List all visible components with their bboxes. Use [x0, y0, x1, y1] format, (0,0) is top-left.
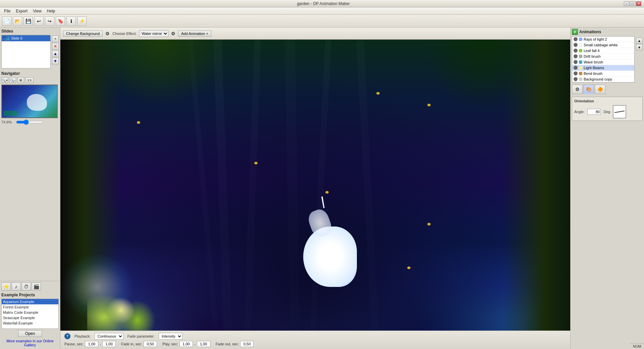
fit-view-button[interactable]: ⊞ [17, 77, 24, 83]
example-projects-list[interactable]: Aquarium Example Forest Example Matrix C… [1, 299, 59, 329]
play-input-1[interactable]: 1,00 [179, 341, 193, 347]
anim-item-wave[interactable]: Wave brush [572, 59, 634, 65]
settings-icon[interactable]: ⚙ [105, 31, 110, 36]
zoom-slider[interactable] [16, 119, 43, 125]
deg-label: Deg [603, 110, 610, 114]
tab-favorites[interactable]: ⭐ [1, 283, 11, 291]
right-panel: + Animations Rays of light 2 Small cabba… [570, 28, 644, 349]
tab-appearance[interactable]: 🎨 [583, 85, 594, 94]
playback-select[interactable]: Continuous Once Ping-pong [95, 333, 123, 340]
anim-item-lightbeams[interactable]: Light Beams [572, 65, 634, 71]
anim-item-bgcopy[interactable]: Background copy [572, 77, 634, 82]
example-projects-section: Example Projects Aquarium Example Forest… [0, 291, 60, 349]
play-label: Play, sec: [162, 342, 178, 346]
slide-item[interactable]: Slide 0 [2, 35, 50, 41]
menu-help[interactable]: Help [44, 8, 58, 14]
undo-button[interactable]: ↩ [34, 16, 44, 26]
angle-label: Angle: [574, 110, 585, 114]
add-animation-button-right[interactable]: + [572, 29, 578, 35]
redo-button[interactable]: ↪ [45, 16, 54, 26]
anim-color [579, 72, 582, 75]
animations-title: Animations [579, 30, 601, 34]
particle-2 [254, 162, 258, 164]
anim-label: Leaf fall 4 [584, 49, 600, 53]
bookmark-button[interactable]: 🔖 [56, 16, 65, 26]
effect-settings-icon[interactable]: ⚙ [171, 31, 175, 36]
close-button[interactable]: ✕ [636, 1, 641, 6]
delete-slide-button[interactable]: ✕ [52, 43, 59, 50]
effect-select[interactable]: Water mirror None Blur Glow [139, 30, 168, 37]
tab-music[interactable]: ♪ [11, 283, 21, 291]
magic-button[interactable]: ⚡ [77, 16, 87, 26]
fade-param-select[interactable]: Intensity Size Speed [159, 333, 182, 340]
menu-file[interactable]: File [1, 8, 13, 14]
pause-input-1[interactable]: 1,00 [85, 341, 98, 347]
menu-export[interactable]: Export [13, 8, 30, 14]
status-text: NUM [633, 344, 641, 348]
anim-item-drift[interactable]: Drift brush [572, 54, 634, 59]
open-button[interactable]: 📂 [13, 16, 22, 26]
minimize-button[interactable]: – [624, 1, 629, 6]
anim-label: Rays of light 2 [584, 37, 607, 41]
fade-param-label: Fade parameter: [127, 334, 155, 338]
maximize-button[interactable]: □ [630, 1, 635, 6]
navigator-section: Navigator 🔍+ 🔍- ⊞ 1:1 74.8% [0, 70, 60, 126]
save-button[interactable]: 💾 [23, 16, 33, 26]
menu-view[interactable]: View [30, 8, 44, 14]
help-button[interactable]: ? [64, 333, 70, 339]
dial-arrow [614, 110, 625, 113]
visibility-eye [574, 77, 578, 81]
fadeout-input[interactable]: 0,50 [240, 341, 254, 347]
info-button[interactable]: ℹ [66, 16, 76, 26]
reset-zoom-button[interactable]: 1:1 [25, 77, 34, 83]
anim-item-bend[interactable]: Bend brush [572, 71, 634, 77]
ep-item-aquarium[interactable]: Aquarium Example [2, 299, 58, 304]
particle-3 [325, 191, 329, 194]
tab-video[interactable]: 🎬 [32, 283, 41, 291]
anim-label: Drift brush [584, 54, 601, 58]
add-slide-button[interactable]: + [52, 36, 59, 42]
orientation-dial[interactable] [613, 105, 626, 118]
tab-timer[interactable]: ⏱ [21, 283, 31, 291]
nav-unicorn [27, 94, 47, 111]
flowers [87, 263, 171, 331]
change-background-button[interactable]: Change Background [63, 31, 103, 37]
visibility-eye [574, 54, 578, 58]
ep-item-forest[interactable]: Forest Example [2, 304, 58, 310]
add-animation-button[interactable]: Add Animation + [178, 31, 211, 37]
visibility-eye [574, 49, 578, 53]
navigator-preview[interactable] [1, 85, 58, 118]
window-title: garden - DP Animation Maker [23, 1, 624, 6]
anim-item-leaf[interactable]: Leaf fall 4 [572, 48, 634, 54]
open-project-button[interactable]: Open [18, 330, 42, 337]
angle-input[interactable]: 80 [587, 109, 601, 115]
ep-item-matrix[interactable]: Matrix Code Example [2, 310, 58, 315]
orientation-row: Angle: 80 Deg [574, 105, 640, 118]
zoom-in-button[interactable]: 🔍+ [1, 77, 8, 83]
move-anim-down-button[interactable]: ▼ [636, 44, 643, 50]
gallery-link[interactable]: More examples in our Online Gallery [1, 338, 59, 348]
fadeout-group: Fade out, sec: 0,50 [216, 341, 254, 347]
play-input-2[interactable]: 1,00 [197, 341, 210, 347]
move-slide-down-button[interactable]: ▼ [52, 58, 59, 64]
tab-settings[interactable]: ⚙ [572, 85, 583, 94]
pause-group: Pause, sec: 1,00 - 1,00 [64, 341, 116, 347]
zoom-out-button[interactable]: 🔍- [9, 77, 16, 83]
animations-header: + Animations [572, 29, 643, 35]
slide-label: Slide 0 [11, 36, 22, 40]
anim-label: Background copy [584, 77, 612, 81]
tab-shape[interactable]: 🔶 [595, 85, 605, 94]
anim-item-rays[interactable]: Rays of light 2 [572, 37, 634, 42]
fadein-input[interactable]: 0,50 [144, 341, 157, 347]
anim-label: Light Beams [584, 66, 604, 70]
new-button[interactable]: 📄 [2, 16, 11, 26]
ep-item-waterfall[interactable]: Waterfall Example [2, 320, 58, 326]
ep-item-seascape[interactable]: Seascape Example [2, 315, 58, 320]
pause-input-2[interactable]: 1,00 [102, 341, 116, 347]
move-slide-up-button[interactable]: ▲ [52, 50, 59, 57]
unicorn [293, 203, 367, 287]
anim-item-cabbage[interactable]: Small cabbage white [572, 42, 634, 48]
move-anim-up-button[interactable]: ▲ [636, 38, 643, 44]
bottom-tabs: ⭐ ♪ ⏱ 🎬 [0, 281, 60, 291]
anim-label: Small cabbage white [584, 43, 618, 47]
